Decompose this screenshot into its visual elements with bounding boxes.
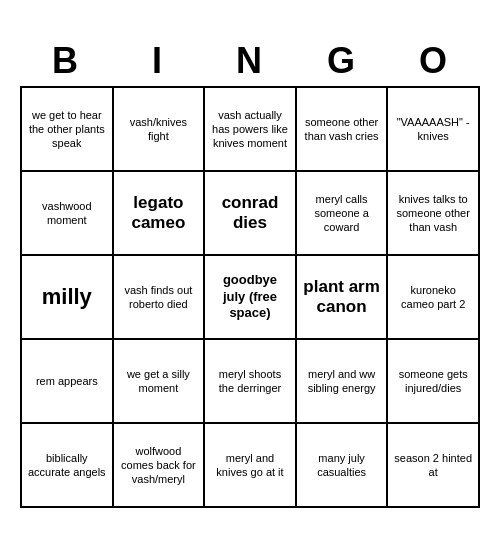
bingo-cell[interactable]: legato cameo <box>114 172 206 256</box>
bingo-cell[interactable]: milly <box>22 256 114 340</box>
bingo-cell[interactable]: meryl shoots the derringer <box>205 340 297 424</box>
bingo-cell[interactable]: knives talks to someone other than vash <box>388 172 480 256</box>
bingo-cell[interactable]: we get a silly moment <box>114 340 206 424</box>
header-b: B <box>20 36 112 86</box>
bingo-cell[interactable]: vash finds out roberto died <box>114 256 206 340</box>
header-i: I <box>112 36 204 86</box>
bingo-cell[interactable]: plant arm canon <box>297 256 389 340</box>
bingo-cell[interactable]: meryl and knives go at it <box>205 424 297 508</box>
header-o: O <box>388 36 480 86</box>
bingo-cell[interactable]: many july casualties <box>297 424 389 508</box>
bingo-header: B I N G O <box>20 36 480 86</box>
bingo-cell[interactable]: meryl calls someone a coward <box>297 172 389 256</box>
bingo-cell[interactable]: conrad dies <box>205 172 297 256</box>
bingo-cell[interactable]: "VAAAAASH" -knives <box>388 88 480 172</box>
bingo-cell[interactable]: vash/knives fight <box>114 88 206 172</box>
bingo-grid: we get to hear the other plants speakvas… <box>20 86 480 508</box>
bingo-cell[interactable]: kuroneko cameo part 2 <box>388 256 480 340</box>
bingo-cell[interactable]: vash actually has powers like knives mom… <box>205 88 297 172</box>
bingo-cell[interactable]: season 2 hinted at <box>388 424 480 508</box>
bingo-cell[interactable]: we get to hear the other plants speak <box>22 88 114 172</box>
bingo-card: B I N G O we get to hear the other plant… <box>10 26 490 518</box>
header-n: N <box>204 36 296 86</box>
bingo-cell[interactable]: someone other than vash cries <box>297 88 389 172</box>
bingo-cell[interactable]: someone gets injured/dies <box>388 340 480 424</box>
bingo-cell[interactable]: goodbye july (free space) <box>205 256 297 340</box>
bingo-cell[interactable]: wolfwood comes back for vash/meryl <box>114 424 206 508</box>
bingo-cell[interactable]: biblically accurate angels <box>22 424 114 508</box>
bingo-cell[interactable]: vashwood moment <box>22 172 114 256</box>
bingo-cell[interactable]: rem appears <box>22 340 114 424</box>
bingo-cell[interactable]: meryl and ww sibling energy <box>297 340 389 424</box>
header-g: G <box>296 36 388 86</box>
